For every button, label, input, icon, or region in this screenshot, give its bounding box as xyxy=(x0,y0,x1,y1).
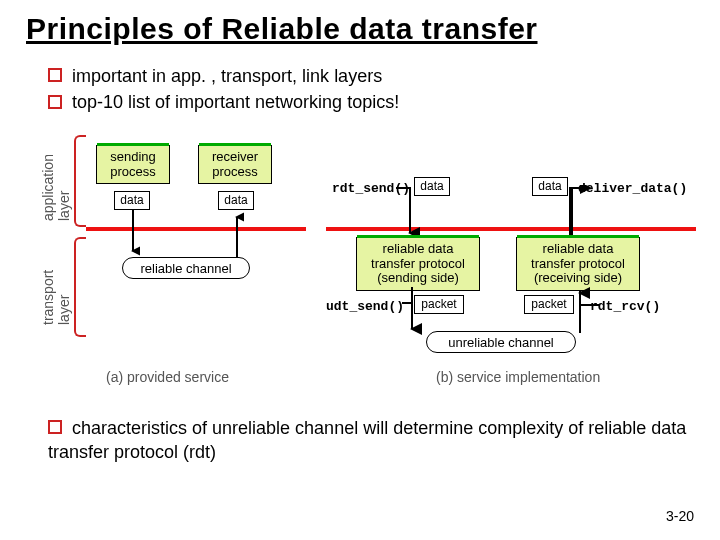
arrow-up-icon xyxy=(230,209,244,259)
arrow-corner-icon xyxy=(402,287,426,337)
transport-bracket xyxy=(74,237,86,337)
arrow-corner-icon xyxy=(574,287,604,337)
caption-a: (a) provided service xyxy=(106,369,229,385)
packet-label: packet xyxy=(524,295,574,315)
data-label: data xyxy=(218,191,254,211)
arrow-up-icon xyxy=(566,185,596,241)
application-layer-label: applicationlayer xyxy=(40,154,72,221)
arrow-corner-icon xyxy=(396,185,420,241)
caption-b: (b) service implementation xyxy=(436,369,600,385)
bullet-2-text: top-10 list of important networking topi… xyxy=(72,92,399,112)
receiver-process-box: receiverprocess xyxy=(198,145,272,185)
transport-layer-label: transportlayer xyxy=(40,269,72,324)
bullet-icon xyxy=(48,420,62,434)
application-bracket xyxy=(74,135,86,227)
bullet-3: characteristics of unreliable channel wi… xyxy=(48,416,694,465)
bullet-1-text: important in app. , transport, link laye… xyxy=(72,66,382,86)
page-title: Principles of Reliable data transfer xyxy=(26,12,694,46)
bullet-icon xyxy=(48,95,62,109)
red-divider xyxy=(86,227,306,231)
sending-process-box: sendingprocess xyxy=(96,145,170,185)
top-bullets: important in app. , transport, link laye… xyxy=(48,64,694,115)
slide-number: 3-20 xyxy=(666,508,694,524)
arrow-down-icon xyxy=(126,209,140,259)
data-label: data xyxy=(114,191,150,211)
reliable-channel: reliable channel xyxy=(122,257,250,279)
unreliable-channel: unreliable channel xyxy=(426,331,576,353)
bullet-1: important in app. , transport, link laye… xyxy=(48,64,694,88)
bullet-3-text: characteristics of unreliable channel wi… xyxy=(48,418,686,462)
bullet-2: top-10 list of important networking topi… xyxy=(48,90,694,114)
api-udt-send: udt_send() xyxy=(326,299,404,314)
rdt-receiving-box: reliable datatransfer protocol(receiving… xyxy=(516,237,640,292)
rdt-sending-box: reliable datatransfer protocol(sending s… xyxy=(356,237,480,292)
figure: applicationlayer transportlayer sendingp… xyxy=(26,129,698,404)
red-divider xyxy=(326,227,696,231)
data-label: data xyxy=(532,177,568,197)
bottom-bullets: characteristics of unreliable channel wi… xyxy=(48,416,694,465)
bullet-icon xyxy=(48,68,62,82)
